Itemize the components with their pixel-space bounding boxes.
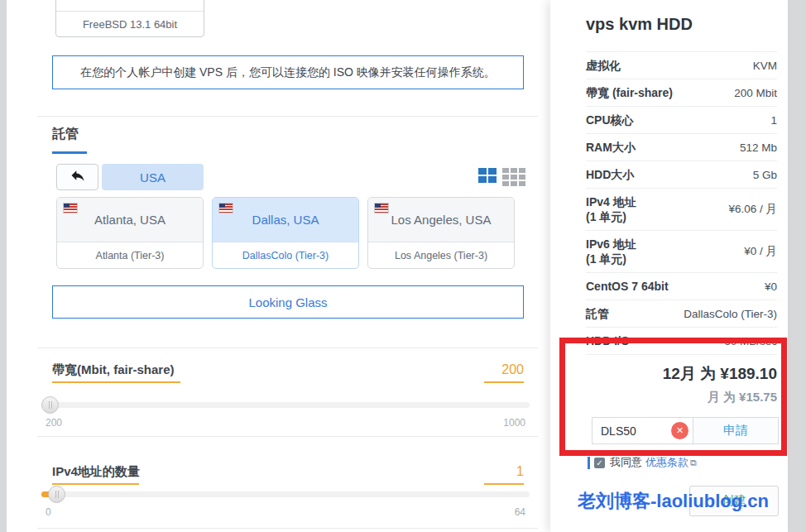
summary-row: 虚拟化KVM — [586, 51, 777, 79]
looking-glass-label: Looking Glass — [248, 295, 327, 309]
order-summary-panel: vps kvm HDD 虚拟化KVM 帶寬 (fair-share)200 Mb… — [550, 0, 788, 532]
bandwidth-slider-track[interactable] — [41, 402, 530, 408]
summary-row: HDD I/O60 MB/sec — [586, 327, 777, 354]
region-button-usa[interactable]: USA — [102, 164, 204, 190]
os-option-card[interactable]: FreeBSD 13.1 64bit — [55, 0, 204, 37]
price-monthly: 月 为 ¥15.75 — [586, 390, 777, 405]
iso-info-alert: 在您的个人帐户中创建 VPS 后，您可以连接您的 ISO 映像并安装任何操作系统… — [52, 55, 524, 89]
bandwidth-value-underline — [484, 381, 524, 383]
summary-row: RAM大小512 Mb — [586, 133, 777, 161]
location-datacenter: DallasColo (Tier-3) — [213, 242, 358, 268]
ipv4-label-underline — [52, 483, 139, 485]
location-city: Dallas, USA — [252, 213, 319, 227]
grid-view-small-icon[interactable] — [502, 168, 525, 186]
agree-text: 我同意 — [610, 455, 642, 470]
looking-glass-button[interactable]: Looking Glass — [52, 285, 524, 319]
bandwidth-label-underline — [52, 381, 180, 383]
view-toggles — [478, 168, 525, 186]
coupon-group: ✕ 申請 — [592, 417, 779, 444]
location-city: Atlanta, USA — [94, 213, 166, 227]
us-flag-icon — [219, 204, 233, 213]
back-arrow-icon — [70, 167, 86, 187]
summary-row: 帶寬 (fair-share)200 Mbit — [586, 79, 777, 106]
iso-info-text: 在您的个人帐户中创建 VPS 后，您可以连接您的 ISO 映像并安装任何操作系统… — [80, 65, 496, 80]
location-cards: Atlanta, USA Atlanta (Tier-3) Dallas, US… — [56, 197, 523, 269]
ipv4-slider-track[interactable] — [41, 491, 530, 497]
terms-link[interactable]: 优惠条款 — [645, 455, 688, 470]
bandwidth-slider-value: 200 — [501, 362, 524, 377]
os-card-top — [56, 0, 204, 12]
ipv4-min-label: 0 — [46, 506, 51, 518]
divider — [37, 347, 538, 348]
price-total: 12月 为 ¥189.10 — [586, 363, 777, 385]
us-flag-icon — [64, 204, 77, 213]
agree-terms-row: ✓ 我同意 优惠条款 ⧉ — [588, 456, 697, 469]
ipv4-max-label: 64 — [515, 506, 525, 518]
plan-title: vps kvm HDD — [586, 15, 693, 34]
agree-accent-bar — [588, 457, 590, 469]
summary-row: CPU核心1 — [586, 106, 777, 133]
bandwidth-max-label: 1000 — [503, 417, 525, 429]
back-button[interactable] — [56, 164, 98, 190]
terms-checkbox[interactable]: ✓ — [594, 458, 605, 468]
bandwidth-slider-handle[interactable] — [41, 396, 59, 414]
us-flag-icon — [375, 204, 388, 213]
coupon-apply-button[interactable]: 申請 — [693, 418, 778, 443]
bandwidth-slider-label: 帶寬(Mbit, fair-share) — [52, 362, 175, 378]
grid-view-large-icon[interactable] — [478, 168, 497, 183]
location-card-atlanta[interactable]: Atlanta, USA Atlanta (Tier-3) — [56, 197, 204, 269]
location-card-losangeles[interactable]: Los Angeles, USA Los Angeles (Tier-3) — [367, 197, 515, 269]
summary-row: IPv4 地址(1 单元) ¥6.06 / 月 — [586, 188, 777, 230]
summary-row: HDD大小5 Gb — [586, 161, 777, 188]
location-card-dallas[interactable]: Dallas, USA DallasColo (Tier-3) — [212, 197, 359, 269]
watermark-text: 老刘博客-laoliublog.cn — [578, 489, 769, 514]
ipv4-slider-value: 1 — [516, 464, 524, 479]
region-button-label: USA — [140, 170, 166, 185]
order-config-panel: FreeBSD 13.1 64bit 在您的个人帐户中创建 VPS 后，您可以连… — [7, 0, 550, 532]
hosting-section-title: 託管 — [52, 126, 79, 143]
divider — [37, 116, 538, 117]
price-block: 12月 为 ¥189.10 月 为 ¥15.75 — [586, 354, 777, 405]
ipv4-slider-label: IPv4地址的数量 — [52, 464, 140, 480]
location-datacenter: Los Angeles (Tier-3) — [368, 242, 514, 268]
ipv4-value-underline — [484, 483, 524, 485]
ipv4-slider-handle[interactable] — [48, 486, 65, 503]
summary-rows: 虚拟化KVM 帶寬 (fair-share)200 Mbit CPU核心1 RA… — [586, 51, 777, 444]
location-city: Los Angeles, USA — [391, 213, 492, 227]
hosting-title-underline — [52, 151, 87, 154]
summary-row: CentOS 7 64bit¥0 — [586, 272, 777, 300]
summary-row: IPv6 地址(1 单元) ¥0 / 月 — [586, 230, 777, 272]
os-card-label: FreeBSD 13.1 64bit — [56, 12, 204, 37]
bandwidth-min-label: 200 — [46, 417, 62, 429]
divider — [37, 528, 538, 529]
divider — [37, 436, 538, 437]
location-datacenter: Atlanta (Tier-3) — [57, 242, 203, 268]
summary-row: 託管DallasColo (Tier-3) — [586, 300, 777, 327]
external-link-icon: ⧉ — [690, 458, 697, 468]
coupon-clear-icon[interactable]: ✕ — [671, 422, 688, 439]
